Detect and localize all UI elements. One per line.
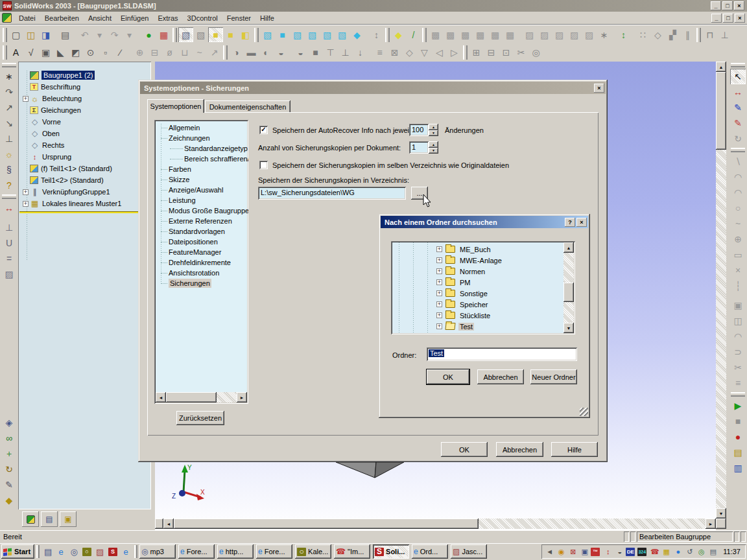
task-jasc[interactable]: ▨Jasc... [451,544,487,559]
feature-tree-item[interactable]: Baugruppe1 (2) [19,69,150,81]
kalender-icon[interactable]: ○ [80,545,93,558]
std-view-right-icon[interactable]: ▧ [305,27,320,42]
print-preview-icon[interactable]: ▤ [58,27,73,42]
std-view-bottom-icon[interactable]: ▧ [335,27,350,42]
tool-icon-10[interactable]: ✂ [514,45,528,60]
toolbar-grip[interactable] [422,28,427,42]
messenger-icon[interactable]: ● [672,548,683,555]
category-drehfeldinkremente[interactable]: Drehfeldinkremente [154,257,248,268]
view-wireframe-icon[interactable]: ▧ [193,27,208,42]
dimension-chart-icon[interactable]: ↗ [207,45,222,60]
viewport-vertical-scrollbar[interactable]: ▲ ▼ [716,62,726,519]
feature-hole-icon[interactable]: ▨ [582,27,597,42]
autorecover-spinner[interactable]: ▲ ▼ [429,124,438,136]
help-icon[interactable]: ? [1,178,17,193]
tool-icon-6[interactable]: ▷ [447,45,462,60]
tab-dokumenteigenschaften[interactable]: Dokumenteigenschaften [205,100,290,113]
expand-plus-icon[interactable]: + [436,279,442,285]
dimension-horizontal-icon[interactable]: ⊟ [147,45,162,60]
battery-meter-icon[interactable]: 324 [637,548,648,556]
cancel-button[interactable]: Abbrechen [496,442,543,457]
menu-3dcontrol[interactable]: 3Dcontrol [183,13,222,23]
doc-close-button[interactable]: × [735,14,745,23]
surface-finish-icon[interactable]: √ [23,45,38,60]
tab-featuremanager[interactable] [22,511,39,527]
exploded-view-icon[interactable]: ◈ [1,415,17,430]
menu-einfügen[interactable]: Einfügen [116,13,153,23]
line-icon[interactable]: ∖ [730,154,746,169]
phone-icon[interactable]: ☎ [649,548,660,556]
spline-icon[interactable]: ~ [730,216,746,231]
lamp-icon[interactable]: ☼ [1,146,17,162]
show-desktop-icon[interactable]: ▤ [42,545,54,558]
mirror-feature-icon[interactable]: ◇ [650,27,665,42]
pattern-linear-icon[interactable]: ▞ [665,27,680,42]
dimension-diameter-icon[interactable]: ø [162,45,177,60]
feature-tree-item[interactable]: ◇Oben [19,128,150,139]
scroll-down-button[interactable]: ▼ [563,323,574,333]
offset-entities-icon[interactable]: ⊃ [730,344,746,360]
scroll-down-button[interactable]: ▼ [716,508,726,519]
open-icon[interactable]: ◫ [23,27,38,42]
category-farben[interactable]: Farben [154,164,248,174]
folder-name-field[interactable]: Test [427,347,577,361]
tool-icon-4[interactable]: ▽ [417,45,432,60]
tool-icon-7[interactable]: ⊞ [469,45,484,60]
scroll-thumb[interactable] [174,519,479,529]
feature-tree-item[interactable]: ◇Rechts [19,139,150,151]
menu-bearbeiten[interactable]: Bearbeiten [40,13,84,23]
category-allgemein[interactable]: Allgemein [154,122,248,133]
stamp-icon[interactable]: § [1,162,17,178]
toolbar-grip[interactable] [463,45,468,60]
arc-3pt-icon[interactable]: ◠ [730,169,746,185]
move-updown-icon[interactable]: ↕ [616,27,631,42]
reset-button[interactable]: Zurücksetzen [176,411,224,425]
folder-row[interactable]: +Sonstige [391,288,575,299]
rectangle-icon[interactable]: ▭ [730,247,746,262]
scroll-right-button[interactable]: ► [706,519,716,529]
std-view-top-icon[interactable]: ▧ [320,27,335,42]
scroll-up-button[interactable]: ▲ [716,62,726,72]
search-icon[interactable]: ◎ [67,545,80,558]
mirror-entities-icon[interactable]: ◫ [730,313,746,329]
dimension-u-icon[interactable]: ⊔ [177,45,192,60]
resize-grip[interactable] [580,408,588,416]
feature-chamfer-icon[interactable]: ▨ [537,27,552,42]
autorecover-checkbox[interactable]: ✓ [259,126,268,134]
network-error-icon[interactable]: ⊠ [567,548,578,556]
feature-cut-icon[interactable]: ▩ [488,27,503,42]
surface-icon-6[interactable]: ■ [308,45,323,60]
scroll-left-button[interactable]: ◄ [163,519,174,529]
app-titlebar[interactable]: SW SolidWorks 2003 - [Baugruppe1.SLDASM]… [0,0,747,12]
menu-ansicht[interactable]: Ansicht [84,13,116,23]
expand-plus-icon[interactable]: + [436,312,442,318]
weld-symbol-icon[interactable]: ∕ [113,45,128,60]
move-component-icon[interactable]: + [1,446,17,461]
mate-icon[interactable]: ∞ [1,430,17,446]
redo-dropdown-icon[interactable]: ▾ [122,27,137,42]
feature-tree-item[interactable]: ΣGleichungen [19,104,150,116]
category-modus-gro-e-baugruppe[interactable]: Modus Große Baugruppe [154,205,248,216]
tab-systemoptionen[interactable]: Systemoptionen [147,99,204,113]
close-button[interactable]: × [734,1,744,10]
point-icon[interactable]: × [730,262,746,278]
macro-run-icon[interactable]: ▶ [730,398,746,414]
start-button[interactable]: Start [1,544,34,559]
feature-tree-item[interactable]: ↕Ursprung [19,151,150,163]
feature-shell-icon[interactable]: ▩ [503,27,517,42]
select-arrow-icon[interactable]: ↖ [730,69,746,84]
scheduler-icon[interactable]: ▦ [661,548,672,556]
pane-splitter-box[interactable] [155,519,163,529]
volume-icon[interactable]: ◄ [544,548,555,555]
folder-row[interactable]: +ME_Buch [391,244,575,255]
dimension-target-icon[interactable]: ⊕ [132,45,147,60]
view-hlg-icon[interactable]: ■ [223,27,238,42]
trim-entities-icon[interactable]: ✂ [730,360,746,375]
expand-plus-icon[interactable]: + [23,96,29,102]
task-im[interactable]: ☎"Im... [334,544,370,559]
tool-icon-1[interactable]: ≡ [372,45,387,60]
toolbar-grip[interactable] [3,45,7,60]
toolbar-grip[interactable] [254,28,259,42]
arrow-se-icon[interactable]: ↘ [1,115,17,131]
note-area-icon[interactable]: ▫ [98,45,113,60]
